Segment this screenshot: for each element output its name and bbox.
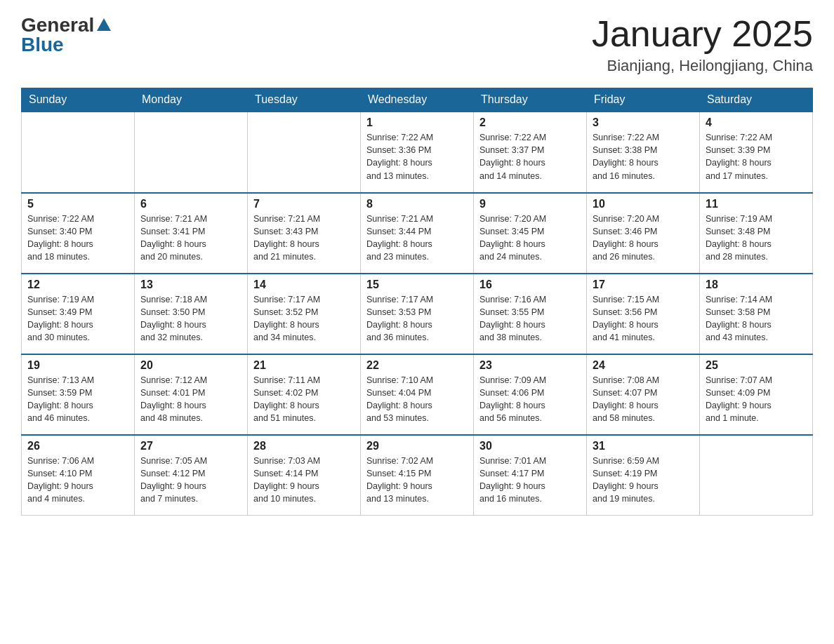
calendar-cell: 13Sunrise: 7:18 AM Sunset: 3:50 PM Dayli… — [135, 274, 248, 354]
calendar-cell: 2Sunrise: 7:22 AM Sunset: 3:37 PM Daylig… — [474, 112, 587, 193]
day-number: 20 — [140, 359, 241, 372]
calendar-cell — [700, 435, 813, 516]
calendar-cell: 29Sunrise: 7:02 AM Sunset: 4:15 PM Dayli… — [361, 435, 474, 516]
day-number: 1 — [366, 116, 468, 129]
day-number: 28 — [253, 440, 355, 452]
calendar-cell: 30Sunrise: 7:01 AM Sunset: 4:17 PM Dayli… — [474, 435, 587, 516]
day-number: 26 — [27, 440, 128, 452]
calendar-cell: 11Sunrise: 7:19 AM Sunset: 3:48 PM Dayli… — [700, 193, 813, 274]
day-info: Sunrise: 7:02 AM Sunset: 4:15 PM Dayligh… — [366, 455, 468, 506]
day-info: Sunrise: 7:19 AM Sunset: 3:48 PM Dayligh… — [706, 213, 807, 264]
day-info: Sunrise: 7:06 AM Sunset: 4:10 PM Dayligh… — [27, 455, 128, 506]
day-number: 5 — [27, 198, 128, 210]
calendar-cell: 26Sunrise: 7:06 AM Sunset: 4:10 PM Dayli… — [22, 435, 135, 516]
day-info: Sunrise: 7:22 AM Sunset: 3:39 PM Dayligh… — [706, 131, 807, 182]
day-info: Sunrise: 7:20 AM Sunset: 3:45 PM Dayligh… — [479, 213, 581, 264]
day-number: 10 — [593, 198, 694, 210]
page-header: General Blue January 2025 Bianjiang, Hei… — [21, 14, 813, 75]
day-number: 11 — [706, 198, 807, 210]
day-number: 25 — [706, 359, 807, 372]
calendar-cell: 28Sunrise: 7:03 AM Sunset: 4:14 PM Dayli… — [248, 435, 361, 516]
week-row-5: 26Sunrise: 7:06 AM Sunset: 4:10 PM Dayli… — [22, 435, 813, 516]
logo: General Blue — [21, 14, 111, 56]
day-number: 7 — [253, 198, 355, 210]
day-info: Sunrise: 7:10 AM Sunset: 4:04 PM Dayligh… — [366, 374, 468, 425]
week-row-4: 19Sunrise: 7:13 AM Sunset: 3:59 PM Dayli… — [22, 354, 813, 435]
day-info: Sunrise: 7:03 AM Sunset: 4:14 PM Dayligh… — [253, 455, 355, 506]
week-row-3: 12Sunrise: 7:19 AM Sunset: 3:49 PM Dayli… — [22, 274, 813, 354]
calendar-cell: 3Sunrise: 7:22 AM Sunset: 3:38 PM Daylig… — [587, 112, 700, 193]
day-info: Sunrise: 7:22 AM Sunset: 3:38 PM Dayligh… — [593, 131, 694, 182]
header-cell-tuesday: Tuesday — [248, 88, 361, 112]
header-cell-monday: Monday — [135, 88, 248, 112]
day-info: Sunrise: 7:08 AM Sunset: 4:07 PM Dayligh… — [593, 374, 694, 425]
day-number: 3 — [593, 116, 694, 129]
month-title: January 2025 — [592, 14, 813, 54]
calendar-table: SundayMondayTuesdayWednesdayThursdayFrid… — [21, 88, 813, 516]
title-block: January 2025 Bianjiang, Heilongjiang, Ch… — [592, 14, 813, 75]
calendar-body: 1Sunrise: 7:22 AM Sunset: 3:36 PM Daylig… — [22, 112, 813, 516]
day-number: 4 — [706, 116, 807, 129]
location-title: Bianjiang, Heilongjiang, China — [592, 57, 813, 75]
day-number: 24 — [593, 359, 694, 372]
calendar-cell: 31Sunrise: 6:59 AM Sunset: 4:19 PM Dayli… — [587, 435, 700, 516]
calendar-cell: 15Sunrise: 7:17 AM Sunset: 3:53 PM Dayli… — [361, 274, 474, 354]
calendar-cell: 23Sunrise: 7:09 AM Sunset: 4:06 PM Dayli… — [474, 354, 587, 435]
day-number: 31 — [593, 440, 694, 452]
day-number: 6 — [140, 198, 241, 210]
calendar-cell — [22, 112, 135, 193]
day-info: Sunrise: 7:21 AM Sunset: 3:41 PM Dayligh… — [140, 213, 241, 264]
day-number: 2 — [479, 116, 581, 129]
day-info: Sunrise: 7:15 AM Sunset: 3:56 PM Dayligh… — [593, 293, 694, 344]
calendar-cell: 5Sunrise: 7:22 AM Sunset: 3:40 PM Daylig… — [22, 193, 135, 274]
calendar-cell: 16Sunrise: 7:16 AM Sunset: 3:55 PM Dayli… — [474, 274, 587, 354]
calendar-cell: 7Sunrise: 7:21 AM Sunset: 3:43 PM Daylig… — [248, 193, 361, 274]
calendar-cell: 6Sunrise: 7:21 AM Sunset: 3:41 PM Daylig… — [135, 193, 248, 274]
day-info: Sunrise: 7:07 AM Sunset: 4:09 PM Dayligh… — [706, 374, 807, 425]
day-info: Sunrise: 7:21 AM Sunset: 3:43 PM Dayligh… — [253, 213, 355, 264]
day-info: Sunrise: 7:17 AM Sunset: 3:53 PM Dayligh… — [366, 293, 468, 344]
header-row: SundayMondayTuesdayWednesdayThursdayFrid… — [22, 88, 813, 112]
day-info: Sunrise: 7:22 AM Sunset: 3:36 PM Dayligh… — [366, 131, 468, 182]
day-info: Sunrise: 7:12 AM Sunset: 4:01 PM Dayligh… — [140, 374, 241, 425]
day-info: Sunrise: 7:05 AM Sunset: 4:12 PM Dayligh… — [140, 455, 241, 506]
day-info: Sunrise: 6:59 AM Sunset: 4:19 PM Dayligh… — [593, 455, 694, 506]
header-cell-thursday: Thursday — [474, 88, 587, 112]
day-info: Sunrise: 7:18 AM Sunset: 3:50 PM Dayligh… — [140, 293, 241, 344]
header-cell-wednesday: Wednesday — [361, 88, 474, 112]
day-number: 13 — [140, 279, 241, 291]
day-number: 16 — [479, 279, 581, 291]
week-row-1: 1Sunrise: 7:22 AM Sunset: 3:36 PM Daylig… — [22, 112, 813, 193]
calendar-cell: 22Sunrise: 7:10 AM Sunset: 4:04 PM Dayli… — [361, 354, 474, 435]
calendar-cell: 19Sunrise: 7:13 AM Sunset: 3:59 PM Dayli… — [22, 354, 135, 435]
calendar-cell: 17Sunrise: 7:15 AM Sunset: 3:56 PM Dayli… — [587, 274, 700, 354]
day-info: Sunrise: 7:22 AM Sunset: 3:37 PM Dayligh… — [479, 131, 581, 182]
day-info: Sunrise: 7:01 AM Sunset: 4:17 PM Dayligh… — [479, 455, 581, 506]
calendar-cell: 24Sunrise: 7:08 AM Sunset: 4:07 PM Dayli… — [587, 354, 700, 435]
day-info: Sunrise: 7:19 AM Sunset: 3:49 PM Dayligh… — [27, 293, 128, 344]
calendar-cell: 20Sunrise: 7:12 AM Sunset: 4:01 PM Dayli… — [135, 354, 248, 435]
day-number: 14 — [253, 279, 355, 291]
calendar-cell: 27Sunrise: 7:05 AM Sunset: 4:12 PM Dayli… — [135, 435, 248, 516]
day-number: 15 — [366, 279, 468, 291]
day-number: 23 — [479, 359, 581, 372]
logo-blue-text: Blue — [21, 34, 64, 56]
day-info: Sunrise: 7:21 AM Sunset: 3:44 PM Dayligh… — [366, 213, 468, 264]
day-number: 29 — [366, 440, 468, 452]
logo-triangle-icon — [97, 18, 111, 31]
day-info: Sunrise: 7:11 AM Sunset: 4:02 PM Dayligh… — [253, 374, 355, 425]
calendar-cell — [135, 112, 248, 193]
calendar-cell: 12Sunrise: 7:19 AM Sunset: 3:49 PM Dayli… — [22, 274, 135, 354]
day-number: 22 — [366, 359, 468, 372]
calendar-cell: 4Sunrise: 7:22 AM Sunset: 3:39 PM Daylig… — [700, 112, 813, 193]
day-info: Sunrise: 7:20 AM Sunset: 3:46 PM Dayligh… — [593, 213, 694, 264]
calendar-cell — [248, 112, 361, 193]
day-info: Sunrise: 7:22 AM Sunset: 3:40 PM Dayligh… — [27, 213, 128, 264]
day-number: 9 — [479, 198, 581, 210]
day-number: 12 — [27, 279, 128, 291]
day-number: 17 — [593, 279, 694, 291]
day-number: 18 — [706, 279, 807, 291]
header-cell-sunday: Sunday — [22, 88, 135, 112]
calendar-cell: 14Sunrise: 7:17 AM Sunset: 3:52 PM Dayli… — [248, 274, 361, 354]
day-number: 21 — [253, 359, 355, 372]
